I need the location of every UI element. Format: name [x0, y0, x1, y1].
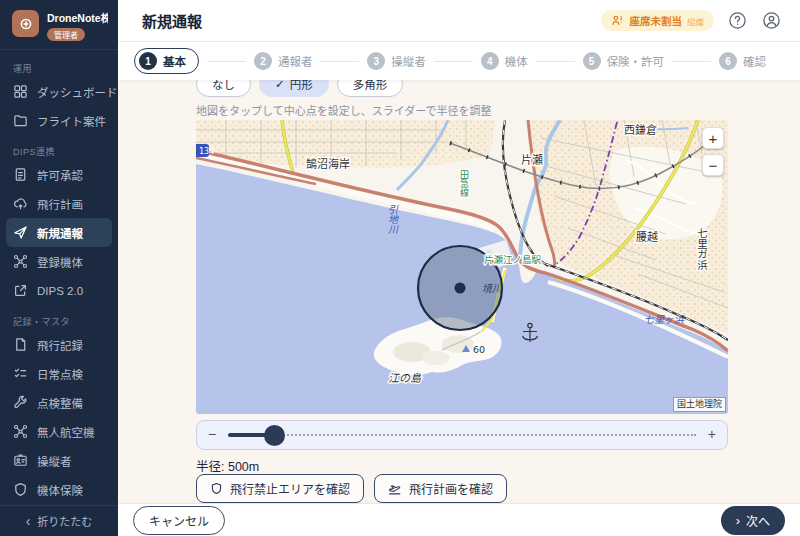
- route-shield-label: 134: [199, 147, 214, 156]
- map-attribution[interactable]: 国土地理院: [673, 397, 726, 412]
- step-number: 1: [139, 52, 157, 70]
- step-number: 4: [481, 52, 499, 70]
- check-no-fly-area-button[interactable]: 飛行禁止エリアを確認: [196, 474, 364, 503]
- nav-section-label: 記録・マスタ: [0, 314, 118, 330]
- map-label-enoshima: 江の島: [388, 372, 422, 385]
- step-confirm[interactable]: 6 確認: [719, 52, 766, 70]
- sidebar-item-label: 無人航空機: [37, 424, 95, 440]
- step-label: 確認: [743, 53, 766, 69]
- map-label-katase-enoshima-station: 片瀬江ノ島駅: [484, 254, 542, 265]
- sidebar-item-label: 新規通報: [37, 225, 83, 241]
- footer-bar: キャンセル › 次へ: [118, 503, 800, 536]
- sidebar-item-label: 飛行計画: [37, 196, 83, 212]
- map-label-shichirigahama-sea: 七里ヶ浜: [644, 314, 685, 325]
- step-label: 通報者: [278, 53, 313, 69]
- sidebar-item-label: 飛行記録: [37, 337, 83, 353]
- sidebar-item-uav[interactable]: 無人航空機: [0, 417, 118, 446]
- brand-logo-icon: [12, 10, 39, 37]
- seat-unassigned-badge[interactable]: 座席未割当 組織: [601, 10, 714, 31]
- slider-increase[interactable]: +: [708, 426, 716, 442]
- map-label-odakyu-line: 田急線: [459, 170, 469, 197]
- seat-badge-suffix: 組織: [687, 15, 704, 27]
- account-button[interactable]: [761, 10, 782, 31]
- step-reporter[interactable]: 2 通報者: [254, 52, 313, 70]
- map-instruction: 地図をタップして中心点を設定し、スライダーで半径を調整: [196, 102, 492, 118]
- radius-slider: − +: [196, 420, 728, 450]
- dashboard-icon: [13, 84, 28, 99]
- brand[interactable]: DroneNote株式… 管理者: [0, 0, 118, 50]
- cancel-button[interactable]: キャンセル: [133, 506, 225, 535]
- step-basic[interactable]: 1 基本: [134, 48, 199, 74]
- sidebar-item-flight-log[interactable]: 飛行記録: [0, 330, 118, 359]
- sidebar-item-pilots[interactable]: 操縦者: [0, 446, 118, 475]
- sidebar-item-label: 日常点検: [37, 366, 83, 382]
- map-zoom-in-button[interactable]: +: [702, 127, 724, 149]
- shield-icon: [210, 482, 223, 495]
- check-buttons-row: 飛行禁止エリアを確認 飛行計画を確認: [196, 474, 507, 503]
- sidebar-item-maintenance[interactable]: 点検整備: [0, 388, 118, 417]
- plane-icon: [388, 482, 402, 496]
- id-card-icon: [13, 453, 28, 468]
- wizard-stepper: 1 基本 2 通報者 3 操縦者 4 機体 5 保険・許可 6 確認: [118, 42, 800, 80]
- folder-icon: [13, 113, 28, 128]
- step-connector: [434, 61, 473, 62]
- step-pilot[interactable]: 3 操縦者: [367, 52, 426, 70]
- sidebar-item-label: ダッシュボード: [37, 84, 118, 100]
- collapse-label: 折りたたむ: [37, 513, 92, 529]
- map-label-kugenuma: 鵠沼海岸: [306, 157, 350, 171]
- check-flight-plan-button[interactable]: 飛行計画を確認: [374, 474, 507, 503]
- sidebar-item-flight-plan[interactable]: 飛行計画: [0, 189, 118, 218]
- step-number: 3: [367, 52, 385, 70]
- sidebar-item-daily-inspection[interactable]: 日常点検: [0, 359, 118, 388]
- step-connector: [320, 61, 359, 62]
- map-zoom-out-button[interactable]: −: [702, 154, 724, 176]
- sidebar-item-label: フライト案件: [37, 113, 106, 129]
- map-canvas[interactable]: 134 60 鵠沼海岸 片瀬 西鎌倉 腰越 七里ガ浜 引地川 境川 江の島 七里…: [196, 120, 728, 414]
- org-name: DroneNote株式…: [47, 10, 108, 25]
- collapse-sidebar-button[interactable]: ‹ 折りたたむ: [0, 505, 118, 536]
- form-content: なし ✓ 円形 多角形 地図をタップして中心点を設定し、スライダーで半径を調整: [118, 80, 800, 503]
- selection-center-dot[interactable]: [455, 283, 466, 294]
- sidebar-item-dips[interactable]: DIPS 2.0: [0, 276, 118, 305]
- sidebar-item-label: 登録機体: [37, 254, 83, 270]
- cloud-upload-icon: [13, 196, 28, 211]
- sidebar-item-label: 許可承認: [37, 167, 83, 183]
- check-button-label: 飛行禁止エリアを確認: [230, 480, 350, 497]
- elevation-label: 60: [473, 344, 485, 355]
- shield-icon: [13, 482, 28, 497]
- slider-thumb[interactable]: [264, 425, 285, 446]
- next-button[interactable]: › 次へ: [721, 506, 785, 535]
- sidebar: DroneNote株式… 管理者 運用 ダッシュボード フライト案件 DIPS連…: [0, 0, 118, 536]
- sidebar-item-insurance[interactable]: 機体保険: [0, 475, 118, 504]
- question-circle-icon: [728, 11, 747, 30]
- page-title: 新規通報: [142, 10, 202, 31]
- map-label-hikichi-river: 引地川: [387, 204, 398, 234]
- map-label-sakai-river: 境川: [482, 283, 503, 294]
- sidebar-item-new-report[interactable]: 新規通報: [6, 218, 112, 247]
- step-number: 2: [254, 52, 272, 70]
- sidebar-item-dashboard[interactable]: ダッシュボード: [0, 77, 118, 106]
- step-number: 5: [583, 52, 601, 70]
- step-connector: [536, 61, 575, 62]
- sidebar-item-flight-projects[interactable]: フライト案件: [0, 106, 118, 135]
- nav-section-label: DIPS連携: [0, 144, 118, 160]
- drone-icon: [13, 424, 28, 439]
- sidebar-item-approvals[interactable]: 許可承認: [0, 160, 118, 189]
- slider-track[interactable]: [228, 434, 696, 436]
- chevron-left-icon: ‹: [26, 514, 31, 528]
- sidebar-item-registered-aircraft[interactable]: 登録機体: [0, 247, 118, 276]
- step-label: 保険・許可: [607, 53, 665, 69]
- map-label-nishi-kamakura: 西鎌倉: [624, 123, 657, 137]
- map-tiles: 134 60 鵠沼海岸 片瀬 西鎌倉 腰越 七里ガ浜 引地川 境川 江の島 七里…: [196, 120, 728, 414]
- radius-value-label: 半径: 500m: [196, 456, 259, 475]
- header: 新規通報 座席未割当 組織: [118, 0, 800, 42]
- wrench-icon: [13, 395, 28, 410]
- drone-icon: [13, 254, 28, 269]
- file-icon: [13, 337, 28, 352]
- help-button[interactable]: [727, 10, 748, 31]
- map-label-koshigoe: 腰越: [636, 230, 658, 244]
- step-aircraft[interactable]: 4 機体: [481, 52, 528, 70]
- slider-decrease[interactable]: −: [208, 426, 216, 442]
- user-circle-icon: [762, 11, 781, 30]
- step-insurance-permit[interactable]: 5 保険・許可: [583, 52, 665, 70]
